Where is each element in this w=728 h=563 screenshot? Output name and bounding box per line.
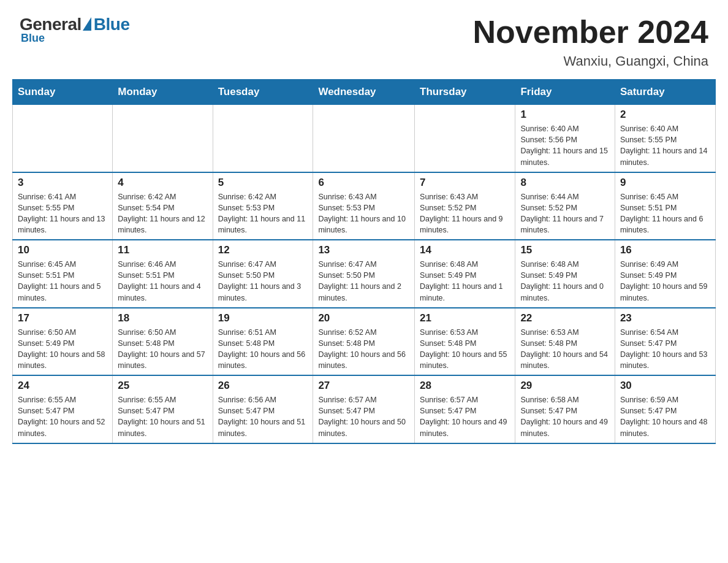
calendar-cell: 17Sunrise: 6:50 AMSunset: 5:49 PMDayligh… (13, 308, 113, 376)
calendar-cell: 26Sunrise: 6:56 AMSunset: 5:47 PMDayligh… (213, 375, 313, 443)
day-number: 3 (18, 177, 107, 189)
day-number: 24 (18, 380, 107, 392)
calendar-cell: 3Sunrise: 6:41 AMSunset: 5:55 PMDaylight… (13, 172, 113, 240)
day-number: 6 (318, 177, 409, 189)
day-info: Sunrise: 6:48 AMSunset: 5:49 PMDaylight:… (420, 259, 510, 304)
day-number: 23 (620, 312, 710, 324)
day-header-thursday: Thursday (415, 80, 515, 105)
day-number: 20 (318, 312, 409, 324)
calendar-cell (213, 105, 313, 172)
day-number: 30 (620, 380, 710, 392)
calendar-cell (113, 105, 213, 172)
calendar-cell: 14Sunrise: 6:48 AMSunset: 5:49 PMDayligh… (415, 240, 515, 308)
day-info: Sunrise: 6:42 AMSunset: 5:54 PMDaylight:… (118, 191, 207, 236)
day-header-friday: Friday (515, 80, 615, 105)
calendar-cell: 2Sunrise: 6:40 AMSunset: 5:55 PMDaylight… (615, 105, 715, 172)
day-info: Sunrise: 6:44 AMSunset: 5:52 PMDaylight:… (520, 191, 609, 236)
day-info: Sunrise: 6:43 AMSunset: 5:53 PMDaylight:… (318, 191, 409, 236)
day-header-wednesday: Wednesday (313, 80, 415, 105)
day-info: Sunrise: 6:40 AMSunset: 5:56 PMDaylight:… (520, 123, 609, 168)
day-info: Sunrise: 6:48 AMSunset: 5:49 PMDaylight:… (520, 259, 609, 304)
calendar-cell: 23Sunrise: 6:54 AMSunset: 5:47 PMDayligh… (615, 308, 715, 376)
calendar-cell: 28Sunrise: 6:57 AMSunset: 5:47 PMDayligh… (415, 375, 515, 443)
day-info: Sunrise: 6:50 AMSunset: 5:49 PMDaylight:… (18, 327, 107, 372)
logo-blue: Blue (94, 15, 130, 34)
calendar-cell: 22Sunrise: 6:53 AMSunset: 5:48 PMDayligh… (515, 308, 615, 376)
day-number: 19 (218, 312, 308, 324)
calendar-cell: 20Sunrise: 6:52 AMSunset: 5:48 PMDayligh… (313, 308, 415, 376)
calendar-cell: 16Sunrise: 6:49 AMSunset: 5:49 PMDayligh… (615, 240, 715, 308)
day-header-monday: Monday (113, 80, 213, 105)
day-number: 4 (118, 177, 207, 189)
calendar-week-4: 17Sunrise: 6:50 AMSunset: 5:49 PMDayligh… (13, 308, 716, 376)
calendar-week-3: 10Sunrise: 6:45 AMSunset: 5:51 PMDayligh… (13, 240, 716, 308)
calendar-cell: 25Sunrise: 6:55 AMSunset: 5:47 PMDayligh… (113, 375, 213, 443)
calendar-week-1: 1Sunrise: 6:40 AMSunset: 5:56 PMDaylight… (13, 105, 716, 172)
logo-blue-bottom: Blue (21, 32, 45, 45)
day-info: Sunrise: 6:55 AMSunset: 5:47 PMDaylight:… (18, 394, 107, 439)
day-number: 8 (520, 177, 609, 189)
day-number: 15 (520, 244, 609, 256)
day-info: Sunrise: 6:43 AMSunset: 5:52 PMDaylight:… (420, 191, 510, 236)
day-number: 13 (318, 244, 409, 256)
calendar-cell: 21Sunrise: 6:53 AMSunset: 5:48 PMDayligh… (415, 308, 515, 376)
day-header-tuesday: Tuesday (213, 80, 313, 105)
day-info: Sunrise: 6:59 AMSunset: 5:47 PMDaylight:… (620, 394, 710, 439)
calendar-title: November 2024 (473, 15, 708, 50)
calendar-cell: 1Sunrise: 6:40 AMSunset: 5:56 PMDaylight… (515, 105, 615, 172)
calendar-cell: 9Sunrise: 6:45 AMSunset: 5:51 PMDaylight… (615, 172, 715, 240)
calendar-cell: 13Sunrise: 6:47 AMSunset: 5:50 PMDayligh… (313, 240, 415, 308)
day-number: 1 (520, 109, 609, 121)
calendar-week-5: 24Sunrise: 6:55 AMSunset: 5:47 PMDayligh… (13, 375, 716, 443)
day-info: Sunrise: 6:50 AMSunset: 5:48 PMDaylight:… (118, 327, 207, 372)
page-header: General Blue Blue November 2024 Wanxiu, … (0, 0, 728, 79)
calendar-subtitle: Wanxiu, Guangxi, China (473, 53, 708, 69)
calendar-cell: 29Sunrise: 6:58 AMSunset: 5:47 PMDayligh… (515, 375, 615, 443)
calendar-cell (13, 105, 113, 172)
day-info: Sunrise: 6:42 AMSunset: 5:53 PMDaylight:… (218, 191, 308, 236)
day-info: Sunrise: 6:53 AMSunset: 5:48 PMDaylight:… (420, 327, 510, 372)
day-info: Sunrise: 6:49 AMSunset: 5:49 PMDaylight:… (620, 259, 710, 304)
day-info: Sunrise: 6:52 AMSunset: 5:48 PMDaylight:… (318, 327, 409, 372)
day-number: 17 (18, 312, 107, 324)
calendar-cell: 15Sunrise: 6:48 AMSunset: 5:49 PMDayligh… (515, 240, 615, 308)
day-info: Sunrise: 6:47 AMSunset: 5:50 PMDaylight:… (318, 259, 409, 304)
logo-triangle-icon (83, 17, 91, 31)
calendar-cell: 12Sunrise: 6:47 AMSunset: 5:50 PMDayligh… (213, 240, 313, 308)
calendar-cell (415, 105, 515, 172)
day-info: Sunrise: 6:55 AMSunset: 5:47 PMDaylight:… (118, 394, 207, 439)
day-number: 25 (118, 380, 207, 392)
calendar-cell: 8Sunrise: 6:44 AMSunset: 5:52 PMDaylight… (515, 172, 615, 240)
day-number: 29 (520, 380, 609, 392)
calendar-cell (313, 105, 415, 172)
day-number: 14 (420, 244, 510, 256)
day-number: 10 (18, 244, 107, 256)
day-info: Sunrise: 6:45 AMSunset: 5:51 PMDaylight:… (18, 259, 107, 304)
logo: General Blue Blue (20, 15, 129, 45)
calendar-cell: 30Sunrise: 6:59 AMSunset: 5:47 PMDayligh… (615, 375, 715, 443)
day-info: Sunrise: 6:46 AMSunset: 5:51 PMDaylight:… (118, 259, 207, 304)
day-number: 9 (620, 177, 710, 189)
day-number: 22 (520, 312, 609, 324)
day-info: Sunrise: 6:54 AMSunset: 5:47 PMDaylight:… (620, 327, 710, 372)
day-info: Sunrise: 6:47 AMSunset: 5:50 PMDaylight:… (218, 259, 308, 304)
day-number: 5 (218, 177, 308, 189)
calendar-cell: 4Sunrise: 6:42 AMSunset: 5:54 PMDaylight… (113, 172, 213, 240)
calendar-cell: 10Sunrise: 6:45 AMSunset: 5:51 PMDayligh… (13, 240, 113, 308)
day-info: Sunrise: 6:58 AMSunset: 5:47 PMDaylight:… (520, 394, 609, 439)
day-number: 11 (118, 244, 207, 256)
day-number: 7 (420, 177, 510, 189)
calendar-cell: 19Sunrise: 6:51 AMSunset: 5:48 PMDayligh… (213, 308, 313, 376)
calendar-cell: 24Sunrise: 6:55 AMSunset: 5:47 PMDayligh… (13, 375, 113, 443)
day-info: Sunrise: 6:41 AMSunset: 5:55 PMDaylight:… (18, 191, 107, 236)
calendar-week-2: 3Sunrise: 6:41 AMSunset: 5:55 PMDaylight… (13, 172, 716, 240)
calendar-cell: 11Sunrise: 6:46 AMSunset: 5:51 PMDayligh… (113, 240, 213, 308)
day-info: Sunrise: 6:56 AMSunset: 5:47 PMDaylight:… (218, 394, 308, 439)
day-number: 21 (420, 312, 510, 324)
calendar-cell: 27Sunrise: 6:57 AMSunset: 5:47 PMDayligh… (313, 375, 415, 443)
day-header-sunday: Sunday (13, 80, 113, 105)
calendar-cell: 18Sunrise: 6:50 AMSunset: 5:48 PMDayligh… (113, 308, 213, 376)
day-number: 16 (620, 244, 710, 256)
title-block: November 2024 Wanxiu, Guangxi, China (473, 15, 708, 69)
day-header-saturday: Saturday (615, 80, 715, 105)
